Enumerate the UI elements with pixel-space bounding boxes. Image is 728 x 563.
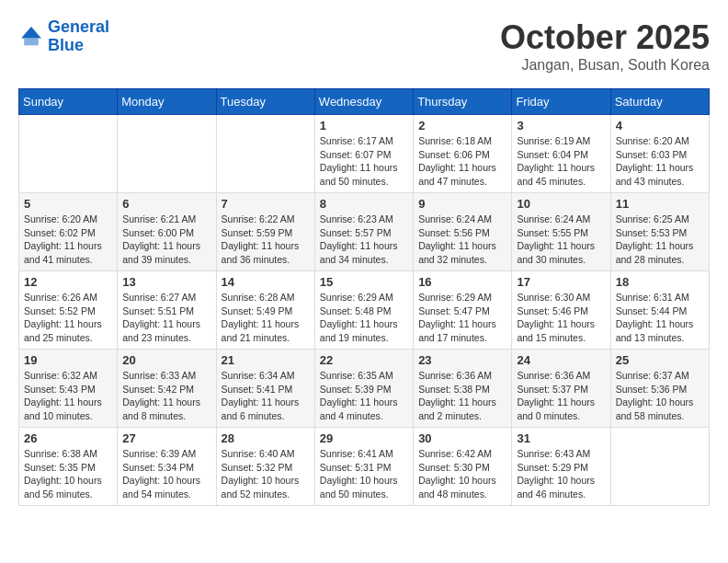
day-info: Sunrise: 6:37 AM Sunset: 5:36 PM Dayligh… [616,369,704,423]
day-info: Sunrise: 6:19 AM Sunset: 6:04 PM Dayligh… [517,134,605,189]
day-number: 7 [222,197,310,211]
weekday-header: Wednesday [314,89,413,115]
day-number: 31 [517,431,605,445]
day-number: 3 [517,119,605,132]
weekday-header: Sunday [19,89,118,115]
day-info: Sunrise: 6:24 AM Sunset: 5:56 PM Dayligh… [418,213,506,267]
day-number: 12 [24,275,112,289]
calendar-table: SundayMondayTuesdayWednesdayThursdayFrid… [18,88,710,506]
calendar-cell: 23Sunrise: 6:36 AM Sunset: 5:38 PM Dayli… [414,350,512,428]
calendar-week-row: 5Sunrise: 6:20 AM Sunset: 6:02 PM Daylig… [19,193,710,271]
calendar-cell: 3Sunrise: 6:19 AM Sunset: 6:04 PM Daylig… [512,115,610,193]
day-number: 27 [122,431,210,445]
day-number: 13 [122,275,210,289]
day-number: 1 [320,119,408,132]
weekday-header: Thursday [414,89,512,115]
day-info: Sunrise: 6:20 AM Sunset: 6:02 PM Dayligh… [24,213,112,267]
day-info: Sunrise: 6:29 AM Sunset: 5:47 PM Dayligh… [418,291,506,345]
day-info: Sunrise: 6:33 AM Sunset: 5:42 PM Dayligh… [122,369,210,423]
calendar-cell: 5Sunrise: 6:20 AM Sunset: 6:02 PM Daylig… [19,193,118,271]
day-number: 29 [320,431,408,445]
weekday-header: Friday [512,89,610,115]
calendar-cell: 6Sunrise: 6:21 AM Sunset: 6:00 PM Daylig… [118,193,216,271]
calendar-cell: 20Sunrise: 6:33 AM Sunset: 5:42 PM Dayli… [118,350,216,428]
calendar-cell: 2Sunrise: 6:18 AM Sunset: 6:06 PM Daylig… [414,115,512,193]
weekday-header: Saturday [610,89,709,115]
day-info: Sunrise: 6:43 AM Sunset: 5:29 PM Dayligh… [517,447,605,501]
calendar-cell [216,115,314,193]
svg-rect-1 [24,38,39,45]
calendar-cell [118,115,216,193]
calendar-cell: 17Sunrise: 6:30 AM Sunset: 5:46 PM Dayli… [512,271,610,350]
calendar-cell: 16Sunrise: 6:29 AM Sunset: 5:47 PM Dayli… [414,271,512,350]
calendar-cell: 30Sunrise: 6:42 AM Sunset: 5:30 PM Dayli… [414,428,512,506]
day-info: Sunrise: 6:30 AM Sunset: 5:46 PM Dayligh… [517,291,605,345]
day-info: Sunrise: 6:26 AM Sunset: 5:52 PM Dayligh… [24,291,112,345]
day-info: Sunrise: 6:25 AM Sunset: 5:53 PM Dayligh… [616,213,704,267]
svg-marker-0 [21,27,41,38]
day-info: Sunrise: 6:17 AM Sunset: 6:07 PM Dayligh… [320,134,408,189]
calendar-week-row: 26Sunrise: 6:38 AM Sunset: 5:35 PM Dayli… [19,428,710,506]
day-number: 24 [517,353,605,367]
weekday-header: Monday [118,89,216,115]
calendar-cell: 10Sunrise: 6:24 AM Sunset: 5:55 PM Dayli… [512,193,610,271]
day-number: 22 [320,353,408,367]
calendar-cell: 25Sunrise: 6:37 AM Sunset: 5:36 PM Dayli… [610,350,709,428]
day-number: 18 [616,275,704,289]
day-number: 25 [616,353,704,367]
day-info: Sunrise: 6:35 AM Sunset: 5:39 PM Dayligh… [320,369,408,423]
calendar-cell: 12Sunrise: 6:26 AM Sunset: 5:52 PM Dayli… [19,271,118,350]
calendar-cell: 15Sunrise: 6:29 AM Sunset: 5:48 PM Dayli… [314,271,413,350]
calendar-cell: 31Sunrise: 6:43 AM Sunset: 5:29 PM Dayli… [512,428,610,506]
day-info: Sunrise: 6:21 AM Sunset: 6:00 PM Dayligh… [122,213,210,267]
weekday-header: Tuesday [216,89,314,115]
calendar-cell: 18Sunrise: 6:31 AM Sunset: 5:44 PM Dayli… [610,271,709,350]
day-number: 8 [320,197,408,211]
logo-text: General Blue [48,18,109,55]
calendar-cell: 28Sunrise: 6:40 AM Sunset: 5:32 PM Dayli… [216,428,314,506]
calendar-cell: 21Sunrise: 6:34 AM Sunset: 5:41 PM Dayli… [216,350,314,428]
calendar-cell: 27Sunrise: 6:39 AM Sunset: 5:34 PM Dayli… [118,428,216,506]
day-number: 30 [418,431,506,445]
day-number: 20 [122,353,210,367]
day-number: 21 [222,353,310,367]
location-title: Jangan, Busan, South Korea [500,57,710,74]
calendar-cell: 22Sunrise: 6:35 AM Sunset: 5:39 PM Dayli… [314,350,413,428]
day-number: 9 [418,197,506,211]
weekday-header-row: SundayMondayTuesdayWednesdayThursdayFrid… [19,89,710,115]
day-info: Sunrise: 6:27 AM Sunset: 5:51 PM Dayligh… [122,291,210,345]
day-number: 26 [24,431,112,445]
day-number: 16 [418,275,506,289]
day-number: 17 [517,275,605,289]
day-number: 5 [24,197,112,211]
day-info: Sunrise: 6:39 AM Sunset: 5:34 PM Dayligh… [122,447,210,501]
calendar-cell: 4Sunrise: 6:20 AM Sunset: 6:03 PM Daylig… [610,115,709,193]
calendar-cell [19,115,118,193]
calendar-cell: 13Sunrise: 6:27 AM Sunset: 5:51 PM Dayli… [118,271,216,350]
calendar-cell: 9Sunrise: 6:24 AM Sunset: 5:56 PM Daylig… [414,193,512,271]
day-number: 10 [517,197,605,211]
page-header: General Blue October 2025 Jangan, Busan,… [18,18,710,74]
day-info: Sunrise: 6:41 AM Sunset: 5:31 PM Dayligh… [320,447,408,501]
day-info: Sunrise: 6:32 AM Sunset: 5:43 PM Dayligh… [24,369,112,423]
calendar-cell: 29Sunrise: 6:41 AM Sunset: 5:31 PM Dayli… [314,428,413,506]
day-info: Sunrise: 6:28 AM Sunset: 5:49 PM Dayligh… [222,291,310,345]
calendar-cell: 11Sunrise: 6:25 AM Sunset: 5:53 PM Dayli… [610,193,709,271]
day-info: Sunrise: 6:40 AM Sunset: 5:32 PM Dayligh… [222,447,310,501]
calendar-cell: 26Sunrise: 6:38 AM Sunset: 5:35 PM Dayli… [19,428,118,506]
day-number: 14 [222,275,310,289]
day-info: Sunrise: 6:31 AM Sunset: 5:44 PM Dayligh… [616,291,704,345]
calendar-cell: 7Sunrise: 6:22 AM Sunset: 5:59 PM Daylig… [216,193,314,271]
day-number: 15 [320,275,408,289]
logo-icon [18,24,44,50]
day-info: Sunrise: 6:42 AM Sunset: 5:30 PM Dayligh… [418,447,506,501]
day-info: Sunrise: 6:36 AM Sunset: 5:37 PM Dayligh… [517,369,605,423]
day-number: 11 [616,197,704,211]
day-info: Sunrise: 6:29 AM Sunset: 5:48 PM Dayligh… [320,291,408,345]
calendar-cell: 24Sunrise: 6:36 AM Sunset: 5:37 PM Dayli… [512,350,610,428]
day-info: Sunrise: 6:23 AM Sunset: 5:57 PM Dayligh… [320,213,408,267]
day-info: Sunrise: 6:36 AM Sunset: 5:38 PM Dayligh… [418,369,506,423]
calendar-week-row: 12Sunrise: 6:26 AM Sunset: 5:52 PM Dayli… [19,271,710,350]
day-info: Sunrise: 6:38 AM Sunset: 5:35 PM Dayligh… [24,447,112,501]
day-number: 6 [122,197,210,211]
